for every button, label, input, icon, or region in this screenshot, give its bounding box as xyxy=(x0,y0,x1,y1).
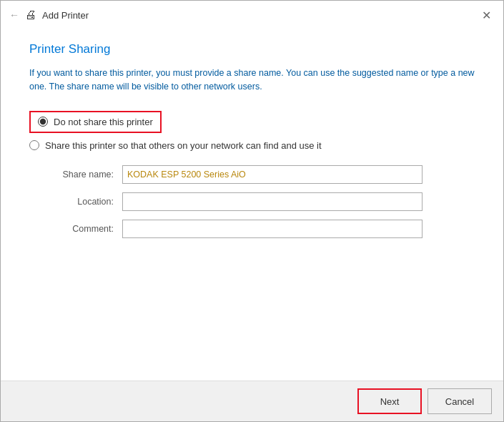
close-button[interactable]: ✕ xyxy=(478,6,495,24)
share-name-input[interactable] xyxy=(122,165,423,184)
radio-group: Do not share this printer Share this pri… xyxy=(29,111,475,151)
share-printer-radio[interactable] xyxy=(29,140,39,150)
content-area: Printer Sharing If you want to share thi… xyxy=(1,28,503,381)
comment-input[interactable] xyxy=(122,220,423,238)
back-icon[interactable]: ← xyxy=(9,9,19,21)
share-fields: Share name: Location: Comment: xyxy=(44,165,475,238)
footer: Next Cancel xyxy=(1,381,503,421)
add-printer-window: ← 🖨 Add Printer ✕ Printer Sharing If you… xyxy=(0,0,504,422)
do-not-share-option[interactable]: Do not share this printer xyxy=(29,111,162,133)
section-title: Printer Sharing xyxy=(29,42,475,57)
location-row: Location: xyxy=(44,192,475,211)
location-label: Location: xyxy=(44,197,122,207)
comment-label: Comment: xyxy=(44,224,122,234)
next-button[interactable]: Next xyxy=(357,388,422,414)
do-not-share-radio[interactable] xyxy=(38,117,48,127)
do-not-share-label: Do not share this printer xyxy=(54,117,153,127)
share-name-row: Share name: xyxy=(44,165,475,184)
location-input[interactable] xyxy=(122,192,423,211)
printer-icon: 🖨 xyxy=(25,9,36,21)
share-printer-label: Share this printer so that others on you… xyxy=(45,140,322,151)
cancel-button[interactable]: Cancel xyxy=(428,388,492,414)
window-title: Add Printer xyxy=(42,10,89,21)
comment-row: Comment: xyxy=(44,220,475,238)
title-bar-left: ← 🖨 Add Printer xyxy=(9,9,89,21)
title-bar: ← 🖨 Add Printer ✕ xyxy=(1,1,503,28)
share-printer-option[interactable]: Share this printer so that others on you… xyxy=(29,140,475,151)
description-text: If you want to share this printer, you m… xyxy=(29,67,475,94)
share-name-label: Share name: xyxy=(44,170,122,180)
